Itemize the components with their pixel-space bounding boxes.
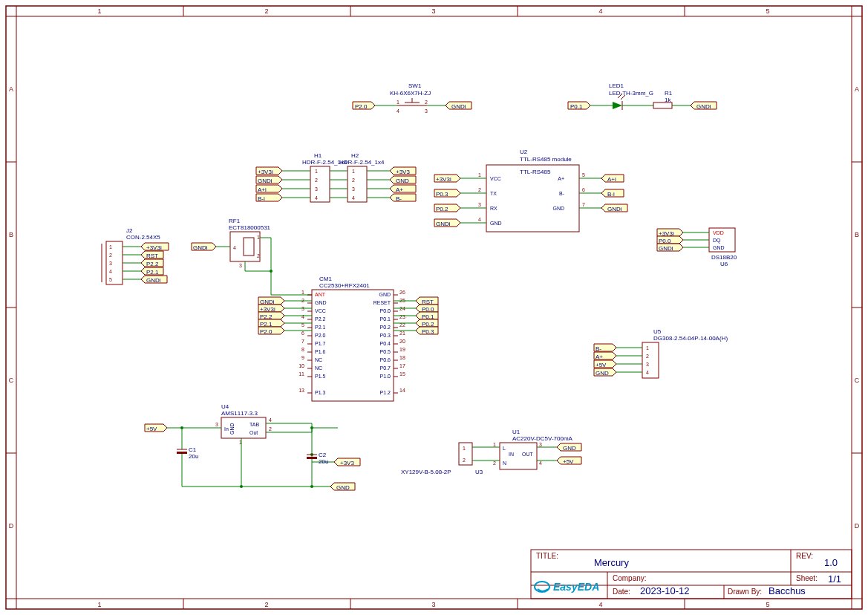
svg-text:4: 4 xyxy=(109,269,112,274)
u4-ref: U4 xyxy=(221,403,229,410)
svg-text:GND: GND xyxy=(379,292,391,297)
svg-text:2: 2 xyxy=(493,461,496,466)
svg-text:A+: A+ xyxy=(558,176,564,181)
col-3-top: 3 xyxy=(431,7,435,15)
u6-block: VDD DQ GND DS18B20 U6 +3V3i P0.0 GNDi xyxy=(657,228,737,267)
svg-text:P1.2: P1.2 xyxy=(380,390,391,395)
svg-text:2: 2 xyxy=(352,178,355,183)
svg-text:2: 2 xyxy=(315,178,318,183)
svg-text:TX: TX xyxy=(490,191,497,196)
svg-text:2: 2 xyxy=(425,100,428,105)
svg-text:P0.5: P0.5 xyxy=(380,349,391,354)
u2-name: TTL-RS485 xyxy=(520,169,551,175)
svg-text:GND: GND xyxy=(396,178,409,184)
u6-ref: U6 xyxy=(720,261,728,267)
svg-text:1: 1 xyxy=(301,290,304,295)
svg-text:14: 14 xyxy=(399,388,405,393)
svg-text:GND: GND xyxy=(563,445,576,452)
svg-text:1: 1 xyxy=(478,172,481,178)
svg-text:4: 4 xyxy=(478,217,481,222)
svg-text:5: 5 xyxy=(582,172,585,178)
svg-text:B-: B- xyxy=(595,345,601,352)
svg-text:2: 2 xyxy=(109,253,112,258)
svg-rect-39 xyxy=(653,102,672,108)
svg-text:1: 1 xyxy=(646,345,649,351)
svg-text:C2: C2 xyxy=(319,452,327,458)
svg-text:GND: GND xyxy=(552,206,564,211)
svg-text:2: 2 xyxy=(269,426,272,432)
svg-point-130 xyxy=(270,270,273,273)
svg-text:A+: A+ xyxy=(595,354,603,360)
svg-text:21: 21 xyxy=(399,331,405,336)
svg-text:3: 3 xyxy=(478,202,481,207)
svg-text:GNDi: GNDi xyxy=(146,277,161,284)
svg-text:OUT: OUT xyxy=(522,452,534,457)
title-block: TITLE: Mercury REV: 1.0 Company: Sheet: … xyxy=(531,550,852,599)
row-a-r: A xyxy=(855,85,859,93)
j2-val: CON-2.54X5 xyxy=(126,234,160,241)
svg-text:+3V3: +3V3 xyxy=(396,169,410,175)
svg-text:4: 4 xyxy=(646,370,649,375)
svg-text:4: 4 xyxy=(315,195,318,201)
h2-ref: H2 xyxy=(351,152,359,159)
svg-text:P1.0: P1.0 xyxy=(380,374,391,379)
svg-text:+3V3: +3V3 xyxy=(340,460,354,466)
svg-text:6: 6 xyxy=(582,187,585,192)
svg-text:GNDi: GNDi xyxy=(258,178,273,184)
led1-ref: LED1 xyxy=(609,82,624,89)
svg-text:GNDi: GNDi xyxy=(607,206,622,212)
svg-text:P0.3: P0.3 xyxy=(380,333,391,338)
u5-ref: U5 xyxy=(653,328,662,335)
j2-ref: J2 xyxy=(126,227,133,234)
svg-text:17: 17 xyxy=(399,363,405,368)
svg-text:VCC: VCC xyxy=(315,308,326,313)
svg-text:20u: 20u xyxy=(189,453,198,460)
svg-text:7: 7 xyxy=(301,339,304,344)
svg-text:NC: NC xyxy=(315,365,322,371)
svg-text:3: 3 xyxy=(215,422,218,427)
svg-text:3: 3 xyxy=(109,261,112,266)
h2-val: HDR-F-2.54_1x4 xyxy=(339,159,385,166)
svg-point-267 xyxy=(180,426,183,429)
svg-text:1: 1 xyxy=(397,100,399,105)
svg-text:3: 3 xyxy=(539,442,542,447)
svg-text:P1.7: P1.7 xyxy=(315,341,326,346)
svg-text:+3V3i: +3V3i xyxy=(146,244,162,251)
svg-text:11: 11 xyxy=(298,371,304,377)
svg-text:P0.7: P0.7 xyxy=(380,365,391,371)
svg-text:GND: GND xyxy=(713,245,725,250)
svg-text:RX: RX xyxy=(490,206,497,211)
svg-text:1: 1 xyxy=(315,169,318,174)
easyeda-logo-icon xyxy=(535,582,549,592)
svg-text:In: In xyxy=(224,426,229,432)
r1-ref: R1 xyxy=(665,90,673,97)
svg-text:26: 26 xyxy=(399,290,405,295)
svg-text:4: 4 xyxy=(352,195,355,201)
col-4-top: 4 xyxy=(598,7,602,15)
sheet-value: 1/1 xyxy=(828,573,841,585)
u5-val: DG308-2.54-04P-14-00A(H) xyxy=(653,335,728,342)
svg-text:VDD: VDD xyxy=(713,230,724,235)
row-b-l: B xyxy=(9,231,13,238)
svg-point-309 xyxy=(535,582,549,592)
svg-text:1: 1 xyxy=(493,442,496,447)
svg-text:4: 4 xyxy=(233,245,236,250)
svg-text:+5V: +5V xyxy=(146,426,157,432)
led-circuit: LED1 LED-TH-3mm_G R1 1k P0.1 GNDi xyxy=(568,82,717,110)
svg-text:GNDi: GNDi xyxy=(436,221,451,227)
svg-text:P2.1: P2.1 xyxy=(146,269,159,276)
svg-rect-275 xyxy=(307,457,317,459)
svg-text:15: 15 xyxy=(399,371,405,377)
j2-block: J2 CON-2.54X5 1 2 3 4 5 +3V3i RST P2.2 P… xyxy=(102,227,169,284)
port-p01: P0.1 xyxy=(570,103,583,110)
svg-text:GND: GND xyxy=(315,300,327,305)
drawn-label: Drawn By: xyxy=(728,588,762,596)
svg-text:A+: A+ xyxy=(396,186,403,193)
svg-text:P0.3: P0.3 xyxy=(422,328,434,335)
svg-text:10: 10 xyxy=(298,363,304,368)
u2-block: U2 TTL-RS485 module TTL-RS485 1VCC 2TX 3… xyxy=(434,149,627,232)
led1-val: LED-TH-3mm_G xyxy=(609,90,653,97)
u2-val: TTL-RS485 module xyxy=(520,156,572,163)
svg-text:2: 2 xyxy=(463,458,466,463)
svg-text:RST: RST xyxy=(146,253,158,259)
